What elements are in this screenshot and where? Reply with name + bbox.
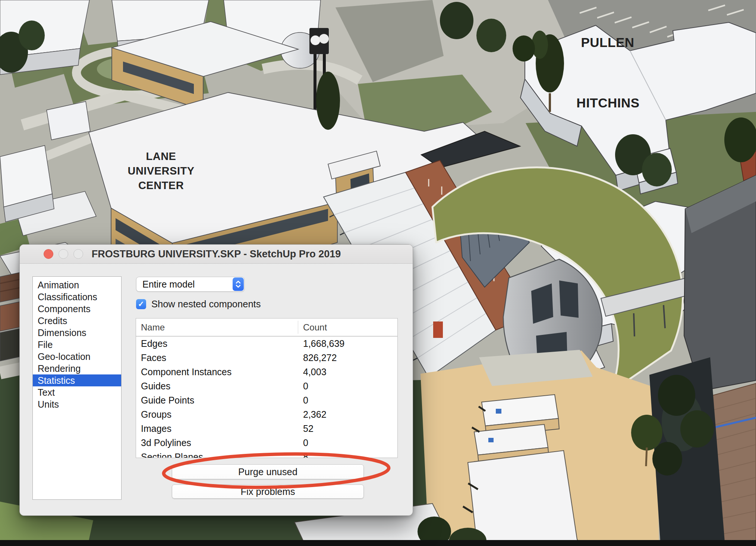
row-name: Section Planes <box>141 450 203 458</box>
row-count: 0 <box>303 379 308 393</box>
sidebar-item-units[interactable]: Units <box>33 398 121 410</box>
row-count: 0 <box>303 436 308 450</box>
sidebar-item-classifications[interactable]: Classifications <box>33 291 121 303</box>
model-info-dialog: FROSTBURG UNIVERSITY.SKP - SketchUp Pro … <box>19 244 413 516</box>
column-header-count: Count <box>303 318 327 336</box>
model-info-category-list[interactable]: Animation Classifications Components Cre… <box>32 276 122 500</box>
row-count: 52 <box>303 421 314 436</box>
row-name: Groups <box>141 407 171 421</box>
scope-dropdown[interactable]: Entire model <box>136 277 245 292</box>
dialog-title: FROSTBURG UNIVERSITY.SKP - SketchUp Pro … <box>20 245 413 263</box>
sidebar-item-statistics[interactable]: Statistics <box>33 374 121 386</box>
row-count: 2,362 <box>303 407 327 421</box>
row-count: 8 <box>303 450 308 458</box>
row-name: Component Instances <box>141 365 231 379</box>
nested-components-checkbox[interactable]: ✓ <box>136 299 146 309</box>
building-label-pullen: PULLEN <box>581 35 634 50</box>
table-row: Component Instances 4,003 <box>136 365 397 379</box>
table-row: Faces 826,272 <box>136 351 397 365</box>
building-label-hitchins: HITCHINS <box>576 95 639 110</box>
row-name: Guides <box>141 379 170 393</box>
checkmark-icon: ✓ <box>138 300 144 308</box>
lane-label-line-2: UNIVERSITY <box>127 164 194 178</box>
statistics-table-rows[interactable]: Edges 1,668,639 Faces 826,272 Component … <box>136 336 397 458</box>
sidebar-item-animation[interactable]: Animation <box>33 279 121 291</box>
row-name: Edges <box>141 336 167 351</box>
table-row: Groups 2,362 <box>136 407 397 421</box>
dialog-titlebar[interactable]: FROSTBURG UNIVERSITY.SKP - SketchUp Pro … <box>20 245 413 264</box>
table-row: Images 52 <box>136 421 397 436</box>
lane-label-line-3: CENTER <box>127 178 194 192</box>
row-name: Images <box>141 421 171 436</box>
fix-problems-button[interactable]: Fix problems <box>172 484 364 499</box>
purge-unused-button[interactable]: Purge unused <box>172 464 364 479</box>
sidebar-item-credits[interactable]: Credits <box>33 315 121 327</box>
column-divider <box>298 321 298 334</box>
sidebar-item-dimensions[interactable]: Dimensions <box>33 327 121 339</box>
row-count: 1,668,639 <box>303 336 344 351</box>
nested-components-label: Show nested components <box>151 299 261 310</box>
table-row: Guide Points 0 <box>136 393 397 407</box>
statistics-table: Name Count Edges 1,668,639 Faces 826,272… <box>136 318 398 458</box>
row-count: 826,272 <box>303 351 337 365</box>
row-name: Faces <box>141 351 166 365</box>
chevron-up-down-icon <box>233 277 244 291</box>
table-row-clipped: Section Planes 8 <box>136 450 397 458</box>
row-count: 4,003 <box>303 365 327 379</box>
statistics-table-header: Name Count <box>136 318 397 336</box>
table-row: 3d Polylines 0 <box>136 436 397 450</box>
building-label-lane: LANE UNIVERSITY CENTER <box>127 149 194 193</box>
row-name: 3d Polylines <box>141 436 191 450</box>
row-name: Guide Points <box>141 393 194 407</box>
sketchup-application-window: PULLEN HITCHINS LANE UNIVERSITY CENTER F… <box>0 0 756 546</box>
row-count: 0 <box>303 393 308 407</box>
scope-dropdown-value: Entire model <box>142 277 195 291</box>
table-row: Edges 1,668,639 <box>136 336 397 351</box>
lane-label-line-1: LANE <box>127 149 194 164</box>
sidebar-item-geo-location[interactable]: Geo-location <box>33 351 121 363</box>
sidebar-item-rendering[interactable]: Rendering <box>33 363 121 374</box>
viewport-bottom-edge <box>0 540 756 546</box>
table-row: Guides 0 <box>136 379 397 393</box>
sidebar-item-text[interactable]: Text <box>33 386 121 398</box>
sidebar-item-components[interactable]: Components <box>33 303 121 315</box>
sidebar-item-file[interactable]: File <box>33 339 121 351</box>
column-header-name: Name <box>141 318 165 336</box>
